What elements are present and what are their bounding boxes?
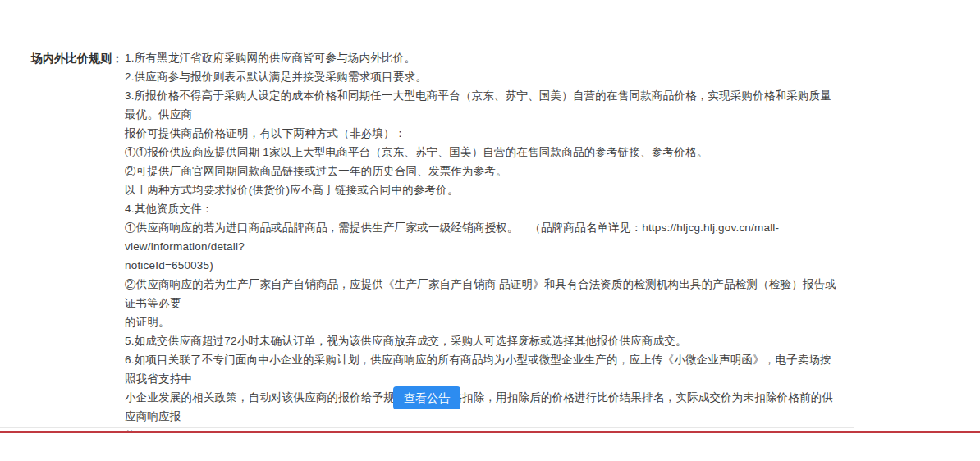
rules-title-label: 场内外比价规则： — [31, 52, 123, 66]
view-announcement-button[interactable]: 查看公告 — [393, 386, 460, 409]
footer: 交易流程 采购人指南 供应商指南 网址链接 运营电话：4000220850 — [0, 433, 980, 461]
rules-text: 1.所有黑龙江省政府采购网的供应商皆可参与场内外比价。 2.供应商参与报价则表示… — [125, 48, 837, 445]
